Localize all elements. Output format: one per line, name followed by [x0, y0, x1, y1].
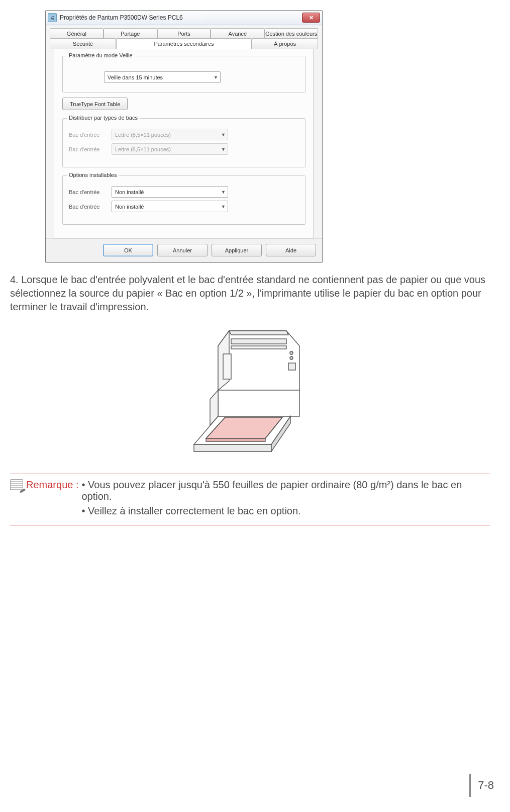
chevron-down-icon: ▼	[221, 190, 226, 195]
svg-marker-15	[206, 438, 265, 441]
ok-button[interactable]: OK	[103, 244, 153, 256]
tab-panel: Paramètre du mode Veille Veille dans 15 …	[54, 49, 314, 238]
tab-security[interactable]: Sécurité	[50, 38, 116, 49]
tab-general[interactable]: Général	[50, 28, 104, 39]
tray-row1-select: Lettre (8,5×11 pouces) ▼	[112, 129, 228, 140]
printer-illustration	[10, 326, 490, 457]
cancel-button[interactable]: Annuler	[157, 244, 208, 256]
close-button[interactable]: ✕	[302, 13, 320, 23]
note-bullet-1: • Vous pouvez placer jusqu'à 550 feuille…	[82, 479, 490, 502]
group-sleep-mode: Paramètre du mode Veille Veille dans 15 …	[62, 56, 305, 93]
note-icon	[10, 479, 23, 490]
dialog-title: Propriétés de Pantum P3500DW Series PCL6	[60, 14, 183, 21]
chevron-down-icon: ▼	[221, 132, 226, 137]
note-body: • Vous pouvez placer jusqu'à 550 feuille…	[82, 479, 490, 520]
svg-rect-4	[231, 346, 286, 349]
group-installable-options: Options installables Bac d'entrée Non in…	[62, 175, 305, 225]
group-tray-legend: Distribuer par types de bacs	[67, 115, 140, 121]
dialog-footer: OK Annuler Appliquer Aide	[46, 238, 322, 262]
tabs-container: Général Partage Ports Avancé Gestion des…	[46, 25, 322, 238]
svg-point-6	[290, 351, 293, 354]
tray-row1-label: Bac d'entrée	[69, 132, 112, 138]
page-number: 7-8	[469, 774, 494, 797]
option-row2-label: Bac d'entrée	[69, 204, 112, 210]
svg-marker-12	[194, 444, 271, 452]
printer-icon: 🖨	[48, 13, 57, 22]
chevron-down-icon: ▼	[221, 147, 226, 152]
group-tray-distribution: Distribuer par types de bacs Bac d'entré…	[62, 118, 305, 167]
option-row1-value: Non installé	[115, 189, 144, 195]
svg-rect-8	[288, 363, 295, 370]
apply-button[interactable]: Appliquer	[212, 244, 262, 256]
svg-rect-3	[231, 339, 286, 344]
svg-rect-9	[218, 390, 299, 416]
svg-point-7	[290, 356, 293, 359]
note-box: Remarque : • Vous pouvez placer jusqu'à …	[10, 474, 490, 525]
tab-about[interactable]: À propos	[252, 38, 318, 49]
tab-secondary-settings[interactable]: Paramètres secondaires	[116, 38, 252, 49]
tab-ports[interactable]: Ports	[157, 28, 211, 39]
tray-row2-label: Bac d'entrée	[69, 146, 112, 152]
dialog-titlebar: 🖨 Propriétés de Pantum P3500DW Series PC…	[46, 11, 322, 25]
instruction-paragraph: 4. Lorsque le bac d'entrée polyvalent et…	[10, 273, 490, 314]
svg-marker-1	[229, 331, 288, 335]
sleep-mode-value: Veille dans 15 minutes	[108, 74, 163, 80]
svg-rect-5	[223, 354, 231, 379]
option-row2-select[interactable]: Non installé ▼	[112, 201, 228, 212]
tab-advanced[interactable]: Avancé	[211, 28, 264, 39]
tab-sharing[interactable]: Partage	[104, 28, 157, 39]
note-bullet-2: • Veillez à installer correctement le ba…	[82, 505, 490, 517]
group-options-legend: Options installables	[67, 172, 119, 178]
tray-row2-value: Lettre (8,5×11 pouces)	[115, 146, 171, 152]
truetype-font-table-button[interactable]: TrueType Font Table	[62, 98, 128, 110]
help-button[interactable]: Aide	[266, 244, 316, 256]
sleep-mode-select[interactable]: Veille dans 15 minutes ▼	[104, 71, 221, 83]
chevron-down-icon: ▼	[221, 204, 226, 209]
group-sleep-legend: Paramètre du mode Veille	[67, 52, 135, 58]
note-label: Remarque :	[26, 479, 79, 491]
option-row1-select[interactable]: Non installé ▼	[112, 186, 228, 198]
tray-row2-select: Lettre (8,5×11 pouces) ▼	[112, 143, 228, 155]
option-row1-label: Bac d'entrée	[69, 189, 112, 195]
properties-dialog: 🖨 Propriétés de Pantum P3500DW Series PC…	[45, 10, 323, 263]
chevron-down-icon: ▼	[214, 75, 218, 80]
tray-row1-value: Lettre (8,5×11 pouces)	[115, 132, 171, 138]
tab-color-management[interactable]: Gestion des couleurs	[264, 28, 318, 39]
option-row2-value: Non installé	[115, 204, 144, 210]
